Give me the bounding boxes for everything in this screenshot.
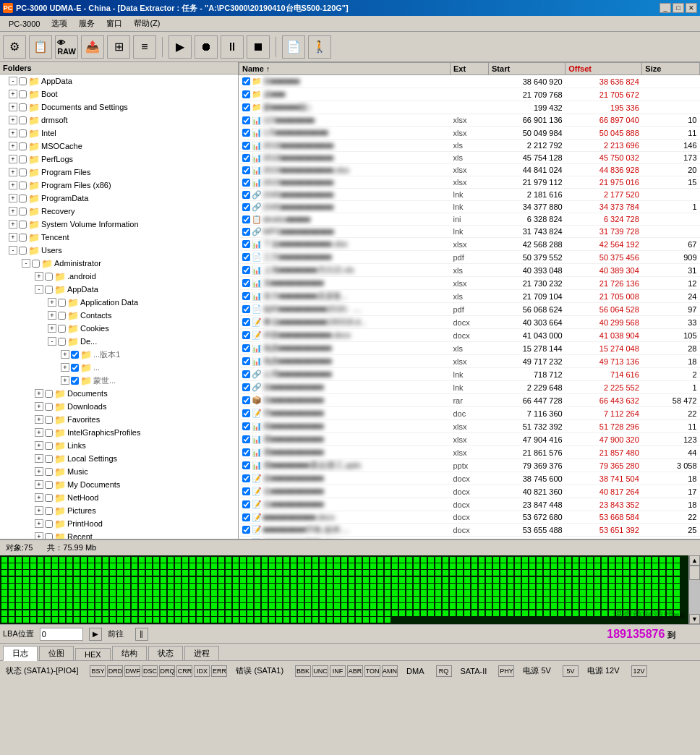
row-checkbox[interactable] [242, 166, 250, 174]
tree-expander[interactable]: + [9, 90, 17, 98]
row-checkbox[interactable] [242, 103, 250, 111]
tree-expander[interactable]: + [9, 116, 17, 124]
table-row[interactable]: 📁 加■■■■■■ 38 640 92038 636 824 [239, 75, 700, 88]
tree-expander[interactable]: + [9, 168, 17, 176]
export-button[interactable]: 📤 [81, 35, 104, 59]
tree-expander[interactable]: + [9, 207, 17, 216]
disk-map-scrollbar[interactable]: ▲ ▼ [688, 555, 700, 624]
tree-expander[interactable]: + [35, 402, 43, 411]
tree-checkbox[interactable] [19, 195, 27, 202]
tree-item[interactable]: +📁NetHood [0, 491, 238, 504]
maximize-button[interactable]: □ [673, 3, 684, 13]
tree-checkbox[interactable] [19, 142, 27, 150]
table-row[interactable]: 📊 123■■■■■■■■ xlsx66 901 13666 897 04010 [239, 114, 700, 127]
tree-checkbox[interactable] [19, 247, 27, 255]
tree-checkbox[interactable] [19, 169, 27, 176]
table-row[interactable]: 📝 合■■■■■■■■■■■ docx40 821 36040 817 2641… [239, 485, 700, 498]
row-checkbox[interactable] [242, 370, 250, 378]
table-row[interactable]: 🔗 WPS■■■■■■■■■■■ lnk31 743 82431 739 728 [239, 226, 700, 238]
row-checkbox[interactable] [242, 474, 250, 482]
col-header-offset[interactable]: Offset [565, 63, 642, 75]
tree-checkbox[interactable] [19, 116, 27, 124]
tree-item[interactable]: +📁Tencent [0, 231, 238, 244]
table-row[interactable]: 🔗 2345■■■■■■■■■■■ lnk2 181 6162 177 520 [239, 189, 700, 201]
row-checkbox[interactable] [242, 142, 250, 150]
table-row[interactable]: 📊 2018■■■■■■■■■■■ xls45 754 12845 750 03… [239, 152, 700, 164]
tree-expander[interactable]: + [35, 428, 43, 437]
tree-checkbox[interactable] [58, 312, 66, 320]
tree-expander[interactable]: + [35, 467, 43, 476]
tree-checkbox[interactable] [45, 468, 53, 476]
close-button[interactable]: ✕ [686, 3, 697, 13]
tree-item[interactable]: +📁Documents [0, 387, 238, 400]
row-checkbox[interactable] [242, 487, 250, 495]
tree-expander[interactable]: + [9, 181, 17, 189]
tree-item[interactable]: +📁... [0, 361, 238, 374]
table-row[interactable]: 📋 deskto■■■■■ ini6 328 8246 324 728 [239, 213, 700, 226]
tree-expander[interactable]: + [9, 194, 17, 202]
tree-item[interactable]: +📁Recovery [0, 205, 238, 218]
tree-item[interactable]: +📁My Documents [0, 478, 238, 491]
menu-help[interactable]: 帮助(Z) [128, 17, 166, 30]
row-checkbox[interactable] [242, 409, 250, 417]
tree-expander[interactable]: - [22, 259, 30, 268]
raw-button[interactable]: 👁 RAW [55, 35, 78, 59]
table-row[interactable]: 📊 东方■■■■■■■■圣源复... xls21 709 10421 705 0… [239, 290, 700, 303]
row-checkbox[interactable] [242, 203, 250, 211]
tree-item[interactable]: +📁Contacts [0, 309, 238, 322]
tree-checkbox[interactable] [19, 103, 27, 111]
table-row[interactable]: 📊 厘■■■■■■■■■■■ xlsx21 861 57621 857 4804… [239, 446, 700, 459]
tree-expander[interactable]: + [48, 311, 56, 320]
table-row[interactable]: 📊 厘■■■■■■■■通达)普工.pptx pptx79 369 37679 3… [239, 459, 700, 472]
row-checkbox[interactable] [242, 77, 250, 85]
tree-item[interactable]: +📁Links [0, 439, 238, 452]
tree-checkbox[interactable] [19, 155, 27, 163]
table-row[interactable]: 📝 ■■■■■■■■■字检-副本.... docx53 655 48853 65… [239, 524, 700, 537]
table-row[interactable]: 🔗 2345■■■■■■■■■■■ lnk34 377 88034 373 78… [239, 201, 700, 213]
scroll-thumb[interactable] [689, 566, 700, 580]
pause-button[interactable]: ⏸ [221, 35, 244, 59]
table-row[interactable]: 📊 免路■■■■■■■■■■■ xlsx49 717 23249 713 136… [239, 355, 700, 368]
tree-checkbox[interactable] [45, 533, 53, 539]
tree-expander[interactable]: + [35, 493, 43, 502]
walk-button[interactable]: 🚶 [308, 35, 331, 59]
tree-checkbox[interactable] [45, 403, 53, 411]
row-checkbox[interactable] [242, 191, 250, 199]
tree-item[interactable]: +📁IntelGraphicsProfiles [0, 426, 238, 439]
tab-hex[interactable]: HEX [75, 648, 111, 660]
tree-expander[interactable]: + [48, 298, 56, 307]
table-row[interactable]: 📊 2019■■■■■■■■■■■ xlsx21 979 11221 975 0… [239, 176, 700, 189]
col-header-name[interactable]: Name ↑ [239, 63, 451, 75]
row-checkbox[interactable] [242, 240, 250, 248]
tree-item[interactable]: +📁Music [0, 465, 238, 478]
row-checkbox[interactable] [242, 448, 250, 456]
tree-item[interactable]: +📁Cookies [0, 322, 238, 335]
table-row[interactable]: 📊 1月■■■■■■■■■■■ xlsx50 049 98450 045 888… [239, 127, 700, 140]
tree-item[interactable]: +📁Downloads [0, 400, 238, 413]
tree-checkbox[interactable] [45, 390, 53, 398]
row-checkbox[interactable] [242, 216, 250, 223]
tab-log[interactable]: 日志 [3, 646, 38, 661]
clipboard-button[interactable]: 📋 [29, 35, 52, 59]
tree-expander[interactable]: + [9, 155, 17, 163]
table-row[interactable]: 📊 免路■■■■■■■■■■■ xls15 278 14415 274 0482… [239, 342, 700, 355]
table-row[interactable]: 📊 东■■■■■■■■■■■ xlsx21 730 23221 726 1361… [239, 277, 700, 290]
tree-expander[interactable]: + [48, 324, 56, 333]
step-button[interactable]: ⏺ [195, 35, 218, 59]
table-row[interactable]: 📝 事业■■■■■■■■■■190318.d... docx40 303 664… [239, 316, 700, 329]
tree-item[interactable]: +📁Intel [0, 127, 238, 140]
tree-item[interactable]: +📁Recent [0, 530, 238, 539]
stop-button[interactable]: ⏹ [247, 35, 270, 59]
table-row[interactable]: 📊 2018■■■■■■■■■■■ xls2 212 7922 213 6961… [239, 140, 700, 152]
tree-item[interactable]: +📁Favorites [0, 413, 238, 426]
row-checkbox[interactable] [242, 461, 250, 469]
scroll-down-button[interactable]: ▼ [689, 614, 700, 624]
row-checkbox[interactable] [242, 90, 250, 98]
col-header-size[interactable]: Size [642, 63, 700, 75]
tree-item[interactable]: -📁Administrator [0, 257, 238, 270]
row-checkbox[interactable] [242, 266, 250, 274]
row-checkbox[interactable] [242, 228, 250, 236]
tree-expander[interactable]: + [9, 233, 17, 242]
tree-checkbox[interactable] [71, 377, 79, 385]
tree-expander[interactable]: + [35, 506, 43, 515]
